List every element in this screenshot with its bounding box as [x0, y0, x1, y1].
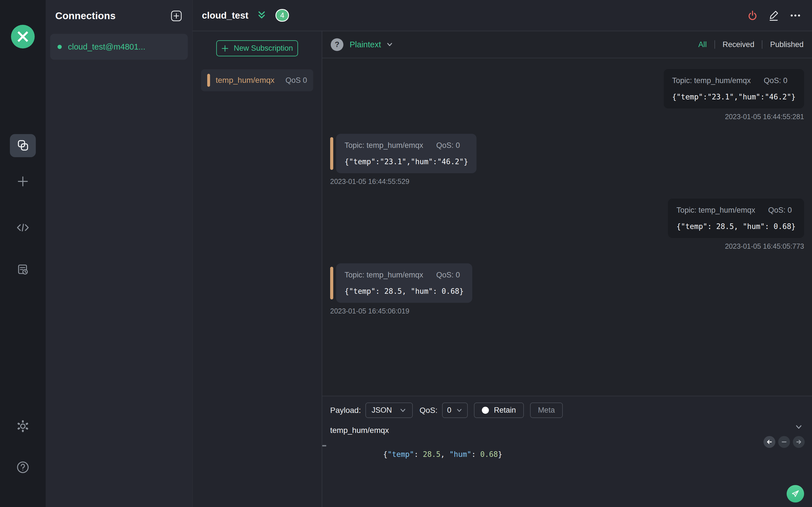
help-circle-icon [16, 461, 29, 474]
messages-pane: ? Plaintext All Received Published [322, 31, 812, 507]
message-payload: {"temp":"23.1","hum":"46.2"} [345, 158, 468, 166]
message-card[interactable]: Topic: temp_hum/emqx QoS: 0 {"temp":"23.… [664, 69, 804, 108]
sidebar-item-settings[interactable] [16, 420, 29, 433]
message-qos: QoS: 0 [764, 76, 788, 85]
message-published: Topic: temp_hum/emqx QoS: 0 {"temp": 28.… [668, 199, 804, 250]
message-qos: QoS: 0 [436, 271, 460, 279]
next-arrow-button[interactable] [793, 436, 805, 448]
plus-square-icon [170, 10, 183, 22]
send-button[interactable] [786, 485, 804, 503]
message-filter-tabs: All Received Published [691, 40, 804, 49]
new-subscription-button[interactable]: New Subscription [216, 40, 298, 56]
message-published: Topic: temp_hum/emqx QoS: 0 {"temp":"23.… [664, 69, 804, 121]
payload-token: "hum" [449, 450, 471, 459]
message-payload: {"temp": 28.5, "hum": 0.68} [676, 222, 796, 231]
chevron-down-icon [456, 407, 463, 414]
tab-received[interactable]: Received [714, 40, 762, 49]
messages-header: ? Plaintext All Received Published [322, 31, 812, 58]
editor-gutter-mark [322, 445, 326, 446]
subscription-topic: temp_hum/emqx [216, 76, 274, 85]
message-topic: Topic: temp_hum/emqx [672, 76, 751, 85]
message-topic: Topic: temp_hum/emqx [676, 206, 755, 215]
connections-header: Connections [46, 0, 192, 32]
format-help-icon[interactable]: ? [331, 38, 343, 51]
plus-icon [221, 45, 229, 52]
nav-rail [0, 0, 46, 507]
message-timestamp: 2023-01-05 16:45:05:773 [725, 242, 804, 250]
collapse-editor-chevron-icon[interactable] [794, 422, 804, 432]
message-qos: QoS: 0 [768, 206, 792, 215]
connections-panel: Connections cloud_test@m4801... [46, 0, 193, 507]
add-connection-button[interactable] [170, 10, 183, 22]
connected-status-dot [57, 45, 62, 49]
prev-arrow-button[interactable] [763, 436, 775, 448]
edit-pencil-icon[interactable] [767, 9, 780, 22]
payload-token: { [383, 450, 388, 459]
gear-icon [16, 420, 29, 433]
payload-format-select[interactable]: Plaintext [350, 40, 394, 49]
subscriptions-list: temp_hum/emqx QoS 0 [193, 69, 322, 91]
payload-format-value: Plaintext [350, 40, 381, 49]
code-icon [16, 222, 30, 233]
payload-format-dropdown[interactable]: JSON [365, 402, 413, 418]
chevron-down-icon [386, 40, 394, 49]
connection-topbar: cloud_test 4 [193, 0, 812, 31]
connection-item[interactable]: cloud_test@m4801... [50, 34, 188, 60]
subscriptions-column: New Subscription temp_hum/emqx QoS 0 [193, 31, 322, 507]
paper-plane-icon [790, 489, 801, 499]
message-payload: {"temp": 28.5, "hum": 0.68} [345, 287, 464, 295]
workspace-body: New Subscription temp_hum/emqx QoS 0 ? P… [193, 31, 812, 507]
message-received: Topic: temp_hum/emqx QoS: 0 {"temp":"23.… [330, 134, 476, 186]
payload-token: , [441, 450, 449, 459]
message-timestamp: 2023-01-05 16:44:55:529 [330, 177, 409, 186]
message-payload: {"temp":"23.1","hum":"46.2"} [672, 93, 796, 101]
message-timestamp: 2023-01-05 16:44:55:281 [725, 113, 804, 121]
payload-format-selected: JSON [371, 406, 392, 414]
sidebar-item-new-connection[interactable] [17, 175, 29, 187]
qos-dropdown[interactable]: 0 [442, 402, 468, 418]
publish-payload-editor[interactable]: {"temp": 28.5, "hum": 0.68} [330, 442, 804, 467]
payload-token: : [471, 450, 480, 459]
more-ellipsis-icon[interactable] [789, 9, 802, 22]
workspace: cloud_test 4 [193, 0, 812, 507]
subscription-qos: QoS 0 [285, 76, 307, 85]
retain-label: Retain [494, 406, 516, 414]
message-pager [763, 436, 805, 448]
message-timestamp: 2023-01-05 16:45:06:019 [330, 307, 409, 315]
tab-published[interactable]: Published [762, 40, 804, 49]
disconnect-power-icon[interactable] [746, 9, 759, 22]
topbar-actions [746, 9, 802, 22]
message-topic: Topic: temp_hum/emqx [345, 141, 423, 150]
message-list[interactable]: Topic: temp_hum/emqx QoS: 0 {"temp":"23.… [322, 58, 812, 396]
message-count-badge: 4 [275, 9, 289, 22]
log-history-icon [16, 263, 29, 276]
plus-icon [17, 175, 29, 187]
message-received: Topic: temp_hum/emqx QoS: 0 {"temp": 28.… [330, 263, 472, 315]
payload-label: Payload: [330, 406, 361, 415]
message-topic-color-bar [330, 267, 333, 299]
message-card[interactable]: Topic: temp_hum/emqx QoS: 0 {"temp": 28.… [668, 199, 804, 238]
sidebar-item-connections[interactable] [10, 134, 36, 157]
message-card[interactable]: Topic: temp_hum/emqx QoS: 0 {"temp":"23.… [336, 134, 476, 173]
retain-toggle[interactable]: Retain [474, 402, 524, 418]
retain-dot-icon [482, 407, 489, 414]
qos-selected: 0 [447, 406, 451, 414]
publish-toolbar: Payload: JSON QoS: 0 [322, 396, 812, 418]
message-card[interactable]: Topic: temp_hum/emqx QoS: 0 {"temp": 28.… [336, 263, 472, 303]
publish-topic-input[interactable]: temp_hum/emqx [330, 426, 786, 435]
payload-token: : [414, 450, 423, 459]
sidebar-item-help[interactable] [16, 461, 29, 474]
payload-token: "temp" [388, 450, 414, 459]
sidebar-item-script[interactable] [16, 222, 30, 233]
publish-panel: Payload: JSON QoS: 0 [322, 396, 812, 507]
double-chevron-down-icon[interactable] [256, 10, 267, 21]
qos-label: QoS: [419, 406, 438, 415]
chevron-down-icon [399, 407, 407, 414]
meta-button[interactable]: Meta [530, 402, 563, 418]
message-qos: QoS: 0 [436, 141, 460, 150]
clear-minus-button[interactable] [778, 436, 790, 448]
sidebar-item-log[interactable] [16, 263, 29, 276]
subscription-item[interactable]: temp_hum/emqx QoS 0 [201, 69, 313, 91]
new-subscription-label: New Subscription [234, 44, 293, 53]
tab-all[interactable]: All [691, 40, 714, 49]
